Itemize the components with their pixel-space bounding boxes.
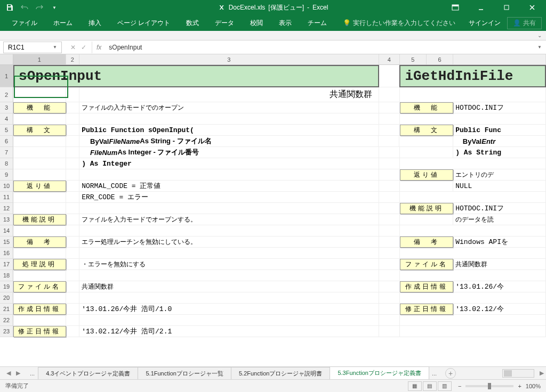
cell[interactable] <box>379 292 400 304</box>
cell[interactable] <box>66 192 79 203</box>
row-header[interactable]: 8 <box>0 158 13 169</box>
tab-file[interactable]: ファイル <box>4 15 45 31</box>
label-modori-r[interactable]: 返り値 <box>400 169 454 181</box>
cell[interactable] <box>13 292 66 304</box>
cell[interactable] <box>66 87 79 102</box>
cell[interactable] <box>66 169 79 181</box>
share-button[interactable]: 👤 共有 <box>507 17 542 29</box>
label-filename[interactable]: ファイル名 <box>13 281 66 292</box>
label-sakusei[interactable]: 作成日情報 <box>13 304 66 315</box>
cell[interactable] <box>13 87 66 102</box>
row-header[interactable]: 19 <box>0 281 13 292</box>
spreadsheet-grid[interactable]: 1 2 3 4 5 6 1 sOpenInput iGetHdIniFile 2… <box>0 54 546 347</box>
add-sheet-button[interactable]: + <box>445 368 456 379</box>
label-shusei[interactable]: 修正日情報 <box>13 326 66 337</box>
cell[interactable] <box>13 315 66 326</box>
scroll-right-icon[interactable]: ▶ <box>537 370 546 377</box>
sheet-tab[interactable]: 5.1Functionプロシージャ一覧 <box>138 367 231 380</box>
cell[interactable]: 共通関数群 <box>79 87 379 102</box>
cell[interactable] <box>379 181 400 192</box>
scrollbar-thumb[interactable] <box>504 370 512 377</box>
cell[interactable] <box>379 192 400 203</box>
row-header[interactable]: 13 <box>0 214 13 225</box>
cell[interactable] <box>13 147 66 158</box>
cell[interactable]: 共通関数群 <box>453 259 546 270</box>
cell[interactable]: ByVal FileName As String - ファイル名 <box>79 136 379 147</box>
ribbon-display-icon[interactable] <box>444 0 467 15</box>
page-break-view-icon[interactable]: ▥ <box>438 381 452 391</box>
cell[interactable] <box>379 315 400 326</box>
cell[interactable] <box>379 270 400 281</box>
cell[interactable]: '13.01.26/今井 浩司/1.0 <box>79 304 379 315</box>
cell[interactable] <box>79 315 379 326</box>
cell[interactable] <box>379 136 399 147</box>
cell[interactable] <box>379 214 400 225</box>
label-koubun-r[interactable]: 構 文 <box>400 125 454 136</box>
cell[interactable] <box>379 158 400 169</box>
tab-view[interactable]: 表示 <box>271 15 299 31</box>
cell[interactable]: '13.02.12/今井 浩司/2.1 <box>79 326 379 337</box>
cell[interactable]: HOTDOC.INIフ <box>453 102 546 113</box>
cell[interactable] <box>79 270 379 281</box>
cell[interactable] <box>66 102 79 113</box>
cell[interactable] <box>400 158 546 169</box>
cell[interactable] <box>379 125 400 136</box>
function-header-right[interactable]: iGetHdIniFile <box>399 65 546 87</box>
row-header[interactable]: 14 <box>0 225 13 236</box>
cell[interactable]: のデータを読 <box>453 214 546 225</box>
cell[interactable] <box>79 292 379 304</box>
zoom-out-button[interactable]: − <box>458 383 461 389</box>
fx-icon[interactable]: fx <box>92 44 106 51</box>
cell[interactable] <box>66 125 79 136</box>
cell[interactable] <box>66 203 79 214</box>
cell[interactable]: エラー処理ルーチンを無効にしている。 <box>79 236 379 248</box>
row-header[interactable]: 5 <box>0 125 13 136</box>
tab-data[interactable]: データ <box>207 15 242 31</box>
cell[interactable] <box>379 304 400 315</box>
minimize-button[interactable] <box>469 0 493 15</box>
tab-home[interactable]: ホーム <box>46 15 80 31</box>
cell[interactable] <box>66 248 79 259</box>
cell[interactable] <box>66 259 79 270</box>
col-header[interactable]: 1 <box>13 54 66 64</box>
tab-layout[interactable]: ページ レイアウト <box>110 15 178 31</box>
cell[interactable] <box>13 203 66 214</box>
label-kinousetsumei-r[interactable]: 機能説明 <box>400 203 454 214</box>
label-sakusei-r[interactable]: 作成日情報 <box>400 281 454 292</box>
name-box[interactable]: R1C1 ▼ <box>3 42 62 53</box>
cell[interactable] <box>79 113 379 125</box>
function-header-left[interactable]: sOpenInput <box>13 65 379 87</box>
label-shorisetsumei[interactable]: 処理説明 <box>13 259 66 270</box>
label-bikou-r[interactable]: 備 考 <box>400 236 454 248</box>
zoom-in-button[interactable]: + <box>518 383 521 389</box>
cell[interactable] <box>400 225 546 236</box>
cell[interactable] <box>66 315 79 326</box>
normal-view-icon[interactable]: ▦ <box>408 381 422 391</box>
col-header[interactable]: 5 <box>400 54 427 64</box>
col-header[interactable]: 3 <box>79 54 379 64</box>
cell[interactable]: Windows APIを <box>453 236 546 248</box>
row-header[interactable]: 6 <box>0 136 13 147</box>
tab-insert[interactable]: 挿入 <box>81 15 109 31</box>
cell[interactable]: ) As Integer <box>79 158 379 169</box>
cell[interactable] <box>400 181 454 192</box>
zoom-slider-thumb[interactable] <box>488 383 491 389</box>
cell[interactable] <box>66 326 79 337</box>
sheet-tab[interactable]: 5.2Functionプロシージャ説明書 <box>231 367 330 380</box>
cell[interactable] <box>379 203 400 214</box>
cell[interactable] <box>379 147 400 158</box>
cell[interactable]: HOTDOC.INIフ <box>453 203 546 214</box>
cell[interactable] <box>379 248 400 259</box>
cell[interactable] <box>379 169 400 181</box>
cell[interactable] <box>379 65 400 87</box>
cell[interactable]: ERR_CODE = エラー <box>79 192 379 203</box>
row-header[interactable]: 7 <box>0 147 13 158</box>
cell[interactable] <box>13 192 66 203</box>
cell[interactable] <box>66 281 79 292</box>
col-header[interactable]: 4 <box>379 54 400 64</box>
cell[interactable] <box>13 158 66 169</box>
cell[interactable] <box>66 270 79 281</box>
cell[interactable] <box>400 87 546 102</box>
cell[interactable] <box>66 113 79 125</box>
row-header[interactable]: 3 <box>0 102 13 113</box>
